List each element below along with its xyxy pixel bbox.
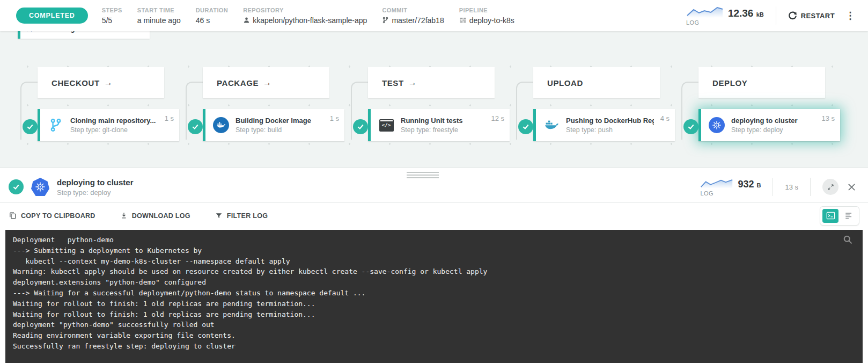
kubernetes-icon — [709, 117, 725, 133]
log-label: LOG — [700, 190, 713, 197]
step-subtitle: Step type: freestyle — [401, 126, 484, 134]
meta-repository: REPOSITORY kkapelon/python-flask-sample-… — [243, 7, 367, 25]
step-title: deploying to cluster — [731, 117, 815, 125]
meta-label: REPOSITORY — [243, 7, 367, 13]
meta-value: a minute ago — [137, 16, 181, 25]
restart-icon — [788, 11, 797, 20]
meta-label: DURATION — [196, 7, 228, 13]
git-clone-icon — [48, 117, 64, 133]
pipeline-canvas: Initializing Process CHECKOUT→ Cloning m… — [0, 31, 868, 168]
step-success-icon — [518, 119, 533, 134]
step-card-build[interactable]: Building Docker Image Step type: build 1… — [203, 109, 344, 141]
copy-to-clipboard-button[interactable]: COPY TO CLIPBOARD — [9, 212, 95, 220]
log-size-unit: B — [756, 182, 761, 188]
download-log-button[interactable]: DOWNLOAD LOG — [120, 212, 190, 220]
terminal-view-icon — [826, 212, 835, 220]
more-options-button[interactable]: ⋮ — [845, 10, 855, 21]
divider — [776, 6, 776, 25]
download-icon — [120, 212, 128, 220]
meta-value: 46 s — [196, 16, 228, 25]
detail-step-title: deploying to cluster — [57, 178, 134, 187]
step-duration: 1 s — [330, 114, 339, 122]
stage-header-test: TEST→ — [368, 67, 495, 98]
meta-label: COMMIT — [382, 7, 444, 13]
step-title: Building Docker Image — [236, 117, 323, 125]
step-duration: 1 s — [165, 114, 174, 122]
log-line: Warning: kubectl apply should be used on… — [13, 266, 855, 277]
stage-deploy: DEPLOY deploying to cluster Step type: d… — [680, 31, 843, 168]
log-line: Reading environment variable exporting f… — [13, 330, 855, 341]
stage-package: PACKAGE→ Building Docker Image Step type… — [185, 31, 348, 168]
log-line: deployment.extensions "python-demo" conf… — [13, 277, 855, 288]
docker-build-icon — [213, 117, 229, 133]
expand-button[interactable] — [822, 179, 838, 195]
pipeline-link[interactable]: deploy-to-k8s — [459, 16, 514, 25]
step-success-icon — [9, 179, 24, 194]
step-log-size-widget[interactable]: LOG 932 B — [700, 178, 761, 197]
log-line: Deployment python-demo — [13, 235, 855, 245]
log-size-unit: kB — [756, 11, 764, 18]
step-subtitle: Step type: deploy — [731, 126, 815, 134]
stage-arrow-icon: → — [104, 78, 113, 88]
log-toolbar: COPY TO CLIPBOARD DOWNLOAD LOG FILTER LO… — [0, 202, 868, 228]
step-success-icon — [683, 119, 698, 134]
filter-log-button[interactable]: FILTER LOG — [215, 212, 268, 220]
meta-steps: STEPS 5/5 — [102, 7, 122, 25]
user-icon — [243, 17, 250, 24]
search-icon[interactable] — [842, 234, 853, 246]
step-card-deploy[interactable]: deploying to cluster Step type: deploy 1… — [698, 109, 840, 141]
copy-icon — [9, 212, 17, 220]
stage-header-package: PACKAGE→ — [203, 67, 329, 98]
stage-test: TEST→ </> Running Unit tests Step type: … — [350, 31, 513, 168]
step-subtitle: Step type: push — [566, 126, 654, 134]
step-duration: 12 s — [491, 114, 504, 122]
stage-upload: UPLOAD Pushing to DockerHub Reg Step typ… — [515, 31, 678, 168]
stage-header-upload: UPLOAD — [533, 67, 660, 98]
step-success-icon — [353, 119, 368, 134]
detail-step-subtitle: Step type: deploy — [57, 188, 134, 197]
detail-step-duration: 13 s — [785, 183, 798, 191]
freestyle-terminal-icon: </> — [378, 117, 394, 133]
step-card-push[interactable]: Pushing to DockerHub Reg Step type: push… — [533, 109, 675, 141]
log-line: ---> Submitting a deployment to Kubernet… — [13, 245, 855, 256]
step-detail-panel: deploying to cluster Step type: deploy L… — [0, 168, 868, 228]
terminal-view-button[interactable] — [822, 209, 838, 223]
stage-checkout: CHECKOUT→ Cloning main repository... Ste… — [19, 31, 182, 168]
log-line: Waiting for rollout to finish: 1 old rep… — [13, 309, 855, 320]
divider — [810, 178, 811, 196]
step-subtitle: Step type: build — [236, 126, 323, 134]
step-duration: 4 s — [660, 114, 670, 122]
text-view-icon — [844, 212, 853, 220]
text-view-button[interactable] — [841, 209, 857, 223]
log-line: Successfully ran freestyle step: deployi… — [13, 341, 855, 352]
meta-label: PIPELINE — [459, 7, 514, 13]
log-line: ---> Waiting for a successful deployment… — [13, 288, 855, 299]
log-view-toggle — [820, 206, 859, 226]
log-terminal[interactable]: Deployment python-demo ---> Submitting a… — [5, 230, 863, 363]
restart-button[interactable]: RESTART — [788, 11, 835, 20]
step-card-freestyle[interactable]: </> Running Unit tests Step type: freest… — [368, 109, 510, 141]
status-badge: COMPLETED — [16, 8, 88, 24]
log-line: Waiting for rollout to finish: 1 old rep… — [13, 299, 855, 309]
stage-arrow-icon: → — [408, 78, 417, 88]
branch-icon — [382, 17, 389, 24]
commit-link[interactable]: master/72fab18 — [382, 16, 444, 25]
log-sparkline-icon — [686, 6, 724, 19]
close-panel-button[interactable] — [847, 183, 856, 192]
stage-header-checkout: CHECKOUT→ — [38, 67, 164, 98]
divider — [773, 178, 773, 196]
step-title: Pushing to DockerHub Reg — [566, 117, 654, 125]
meta-value: 5/5 — [102, 16, 122, 25]
build-log-size-widget[interactable]: LOG 12.36 kB — [686, 6, 764, 26]
repository-link[interactable]: kkapelon/python-flask-sample-app — [243, 16, 367, 25]
docker-push-icon — [543, 117, 560, 133]
step-success-icon — [23, 119, 38, 134]
meta-start-time: START TIME a minute ago — [137, 7, 181, 25]
step-title: Cloning main repository... — [70, 117, 158, 125]
step-card-git-clone[interactable]: Cloning main repository... Step type: gi… — [38, 109, 179, 141]
close-icon — [847, 183, 856, 192]
log-line: deployment "python-demo" successfully ro… — [13, 320, 855, 330]
meta-pipeline: PIPELINE deploy-to-k8s — [459, 7, 514, 25]
expand-icon — [827, 184, 834, 191]
step-duration: 13 s — [821, 114, 835, 122]
